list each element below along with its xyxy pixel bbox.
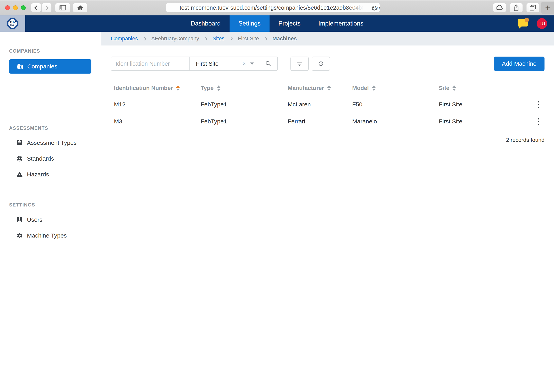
cell-manufacturer: McLaren: [284, 101, 349, 108]
sort-icon: [217, 85, 220, 91]
back-chevron-icon: [34, 5, 39, 10]
records-count: 2 records found: [111, 137, 545, 143]
close-window-button[interactable]: [5, 5, 10, 10]
cell-model: F50: [349, 101, 436, 108]
svg-text:TÜV: TÜV: [10, 21, 16, 24]
primary-nav: Dashboard Settings Projects Implementati…: [182, 15, 372, 32]
sidebar-item-label: Standards: [27, 155, 54, 162]
navbar-right: TU: [517, 15, 547, 32]
sidebar-item-machine-types[interactable]: Machine Types: [0, 228, 101, 244]
forward-chevron-icon: [44, 5, 49, 10]
machines-table: Identification Number Type Manufacturer …: [111, 80, 545, 143]
sidebar-toggle-button[interactable]: [55, 3, 70, 12]
sort-icon: [372, 85, 376, 91]
table-row[interactable]: M12 FebType1 McLaren F50 First Site: [111, 96, 545, 113]
feedback-chat-button[interactable]: [517, 18, 528, 29]
nav-tab-implementations[interactable]: Implementations: [309, 15, 372, 32]
breadcrumb-companies[interactable]: Companies: [111, 35, 138, 42]
sidebar-item-label: Machine Types: [27, 232, 67, 239]
refresh-button[interactable]: [312, 56, 330, 71]
sidebar-item-label: Hazards: [27, 171, 49, 178]
breadcrumb-sites[interactable]: Sites: [213, 35, 224, 42]
share-button[interactable]: [510, 3, 523, 12]
sort-icon: [176, 85, 180, 91]
tab-overview-button[interactable]: [526, 3, 539, 12]
brand-logo[interactable]: TÜV SÜD: [0, 15, 25, 32]
row-actions-menu-icon[interactable]: [532, 101, 545, 108]
cell-site: First Site: [436, 101, 532, 108]
sidebar-item-standards[interactable]: Standards: [0, 151, 101, 167]
forward-button[interactable]: [42, 3, 52, 12]
app-navbar: TÜV SÜD Dashboard Settings Projects Impl…: [0, 15, 554, 32]
table-row[interactable]: M3 FebType1 Ferrari Maranelo First Site: [111, 113, 545, 130]
col-header-identification-number[interactable]: Identification Number: [111, 85, 198, 91]
identification-number-input[interactable]: [111, 57, 190, 70]
back-button[interactable]: [31, 3, 41, 12]
reload-button[interactable]: [371, 5, 378, 12]
url-fade: [345, 4, 371, 12]
sidebar-section-settings: SETTINGS: [9, 202, 35, 208]
home-icon: [77, 5, 84, 11]
col-header-site[interactable]: Site: [436, 85, 532, 91]
sidebar-item-users[interactable]: Users: [0, 212, 101, 228]
search-icon: [265, 60, 272, 67]
breadcrumb: Companies AFebruaryCompany Sites First S…: [101, 32, 554, 45]
filter-icon: [296, 60, 303, 67]
cell-identification-number: M3: [111, 118, 198, 125]
add-machine-button[interactable]: Add Machine: [494, 56, 545, 71]
user-avatar[interactable]: TU: [537, 18, 547, 29]
cell-model: Maranelo: [349, 118, 436, 125]
browser-toolbar: test-mcomone.tuev-sued.com/settings/comp…: [0, 0, 554, 15]
search-group: First Site ×: [111, 56, 278, 71]
sidebar-item-companies[interactable]: Companies: [9, 59, 92, 74]
nav-tab-settings[interactable]: Settings: [229, 15, 270, 32]
breadcrumb-site-name: First Site: [238, 35, 259, 42]
share-icon: [513, 4, 519, 11]
svg-text:SÜD: SÜD: [11, 24, 14, 26]
building-icon: [16, 63, 23, 70]
chevron-right-icon: [229, 37, 233, 41]
minimize-window-button[interactable]: [13, 5, 18, 10]
table-header-row: Identification Number Type Manufacturer …: [111, 80, 545, 96]
refresh-icon: [318, 60, 324, 67]
sort-icon: [327, 85, 331, 91]
search-button[interactable]: [259, 57, 277, 70]
breadcrumb-machines: Machines: [272, 35, 297, 42]
cell-manufacturer: Ferrari: [284, 118, 349, 125]
nav-tab-projects[interactable]: Projects: [270, 15, 309, 32]
breadcrumb-company-name: AFebruaryCompany: [151, 35, 199, 42]
chevron-right-icon: [204, 37, 207, 41]
chevron-right-icon: [143, 37, 146, 41]
icloud-tabs-button[interactable]: [493, 3, 506, 12]
site-filter-value: First Site: [196, 61, 218, 67]
sidebar-section-companies: COMPANIES: [9, 48, 40, 54]
notification-dot: [525, 18, 529, 22]
warning-triangle-icon: [16, 171, 23, 178]
new-tab-button[interactable]: +: [541, 2, 554, 14]
col-header-manufacturer[interactable]: Manufacturer: [284, 85, 349, 91]
address-bar[interactable]: test-mcomone.tuev-sued.com/settings/comp…: [166, 3, 380, 13]
clear-filter-icon[interactable]: ×: [242, 61, 246, 67]
filter-button[interactable]: [291, 56, 309, 71]
clipboard-icon: [16, 140, 23, 146]
cell-identification-number: M12: [111, 101, 198, 108]
col-header-type[interactable]: Type: [198, 85, 284, 91]
sidebar-item-hazards[interactable]: Hazards: [0, 167, 101, 182]
sidebar: COMPANIES Companies ASSESSMENTS Assessme…: [0, 32, 101, 392]
nav-tab-dashboard[interactable]: Dashboard: [182, 15, 229, 32]
sidebar-icon: [59, 5, 66, 11]
sidebar-item-label: Assessment Types: [27, 140, 77, 146]
home-button[interactable]: [73, 3, 87, 12]
id-badge-icon: [16, 216, 23, 223]
cell-type: FebType1: [198, 118, 284, 125]
cell-site: First Site: [436, 118, 532, 125]
sort-icon: [453, 85, 456, 91]
sidebar-item-assessment-types[interactable]: Assessment Types: [0, 135, 101, 151]
site-filter-select[interactable]: First Site ×: [190, 57, 259, 70]
globe-icon: [16, 155, 23, 162]
main-content: First Site × Add Machine: [101, 45, 554, 392]
col-header-model[interactable]: Model: [349, 85, 436, 91]
chevron-down-icon: [250, 63, 254, 65]
row-actions-menu-icon[interactable]: [532, 118, 545, 125]
zoom-window-button[interactable]: [21, 5, 26, 10]
